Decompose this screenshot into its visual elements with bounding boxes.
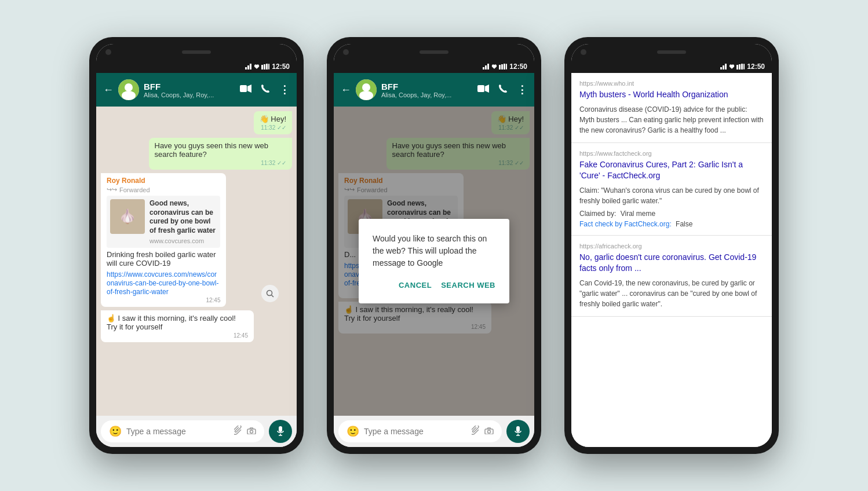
svg-rect-29 [477, 85, 484, 92]
claimed-by-label: Claimed by: [579, 210, 616, 218]
fact-check-link[interactable]: Fact check by FactCheck.org: [579, 220, 672, 228]
msg-search-time-1: 11:32 ✓✓ [155, 160, 287, 166]
svg-rect-25 [506, 64, 507, 69]
avatar-1 [118, 79, 139, 100]
menu-button-1[interactable]: ⋮ [279, 83, 290, 96]
svg-rect-4 [264, 64, 265, 69]
search-dialog: Would you like to search this on the web… [359, 219, 509, 303]
msg-body-1: Drinking fresh boiled garlic water will … [107, 250, 220, 268]
message-input-1[interactable] [126, 427, 229, 436]
video-call-button-1[interactable] [240, 85, 251, 95]
result-desc-1: Claim: "Wuhan's corona virus can be cure… [579, 185, 764, 206]
input-area-2: 🙂 [338, 420, 502, 442]
phone-top-hardware [96, 44, 297, 60]
wa-header-2: ← BFF Alisa, Coops, Jay, Roy,... ⋮ [334, 73, 534, 107]
emoji-button-1[interactable]: 🙂 [109, 425, 122, 438]
emoji-button-2[interactable]: 🙂 [347, 425, 359, 438]
signal-icons-1 [245, 64, 269, 69]
svg-line-13 [271, 295, 273, 298]
voice-call-button-1[interactable] [261, 84, 270, 96]
dialog-actions: CANCEL SEARCH WEB [373, 281, 495, 290]
front-camera-2 [343, 49, 349, 55]
preview-title-1: Good news, coronavirus can be cured by o… [149, 199, 217, 235]
msg-hey-emoji-1: 👋 [260, 115, 271, 123]
msg-hey-text-1: Hey! [271, 115, 286, 123]
phone-2-top-hardware [334, 44, 534, 60]
header-actions-1: ⋮ [240, 83, 290, 96]
chat-area-1: 👋 Hey! 11:32 ✓✓ Have you guys seen this … [96, 107, 297, 416]
contact-status-2: Alisa, Coops, Jay, Roy,... [381, 91, 473, 98]
result-url-0: https://www.who.int [579, 80, 764, 87]
message-input-2[interactable] [364, 427, 467, 436]
search-result-0: https://www.who.int Myth busters - World… [571, 73, 772, 143]
svg-point-8 [125, 83, 133, 91]
search-result-1: https://www.factcheck.org Fake Coronavir… [571, 143, 772, 236]
msg-forwarded-1: ↪↪Forwarded [107, 186, 220, 193]
msg-hey-1: 👋 Hey! 11:32 ✓✓ [254, 111, 292, 134]
svg-marker-21 [487, 64, 489, 69]
attach-button-2[interactable] [472, 426, 480, 437]
svg-rect-33 [516, 426, 520, 432]
svg-point-15 [250, 430, 253, 433]
contact-status-1: Alisa, Coops, Jay, Roy,... [144, 91, 235, 98]
signal-icons-3 [720, 64, 745, 69]
dialog-overlay-2: Would you like to search this on the web… [334, 107, 534, 416]
svg-point-28 [359, 91, 373, 100]
svg-marker-1 [247, 65, 249, 69]
voice-call-button-2[interactable] [498, 84, 508, 96]
time-3: 12:50 [747, 63, 765, 71]
phones-container: 12:50 ← BFF Alisa, Coops, Jay, Roy,... [66, 14, 802, 477]
msg-saw-time-1: 12:45 [107, 332, 248, 339]
search-results-area: https://www.who.int Myth busters - World… [571, 73, 772, 447]
svg-rect-16 [279, 426, 282, 432]
result-desc-0: Coronavirus disease (COVID-19) advice fo… [579, 104, 764, 135]
phone-1: 12:50 ← BFF Alisa, Coops, Jay, Roy,... [89, 37, 304, 454]
msg-link-preview-1: 🧄 Good news, coronavirus can be cured by… [107, 196, 220, 248]
svg-point-9 [122, 91, 136, 100]
earpiece-speaker-2 [420, 50, 448, 54]
result-title-1[interactable]: Fake Coronavirus Cures, Part 2: Garlic I… [579, 159, 764, 182]
cancel-button[interactable]: CANCEL [399, 281, 432, 290]
video-call-button-2[interactable] [477, 85, 489, 95]
time-1: 12:50 [272, 63, 290, 71]
result-title-2[interactable]: No, garlic doesn't cure coronavirus. Get… [579, 252, 764, 274]
svg-rect-3 [261, 65, 263, 69]
camera-button-2[interactable] [484, 426, 494, 437]
earpiece-speaker [182, 50, 211, 54]
front-camera-3 [581, 49, 586, 55]
mic-button-2[interactable] [506, 420, 530, 443]
result-title-0[interactable]: Myth busters - World Health Organization [579, 89, 764, 101]
back-button-1[interactable]: ← [103, 84, 114, 96]
phone-3-inner: 12:50 https://www.who.int Myth busters -… [571, 44, 772, 447]
search-btn-msg-1[interactable] [261, 285, 279, 302]
mic-button-1[interactable] [269, 420, 292, 443]
msg-search-text-1: Have you guys seen this new web search f… [155, 141, 269, 159]
status-bar-3: 12:50 [571, 60, 772, 73]
preview-info-1: Good news, coronavirus can be cured by o… [149, 199, 217, 244]
svg-rect-23 [501, 64, 503, 69]
garlic-thumb-1: 🧄 [110, 199, 145, 234]
msg-sender-1: Roy Ronald [107, 177, 220, 185]
result-url-2: https://africacheck.org [579, 243, 764, 250]
search-result-2: https://africacheck.org No, garlic doesn… [571, 236, 772, 317]
contact-name-1: BFF [144, 82, 235, 91]
msg-hey-time-1: 11:32 ✓✓ [260, 124, 286, 131]
svg-point-27 [362, 83, 370, 91]
dialog-text: Would you like to search this on the web… [373, 233, 495, 269]
input-area-1: 🙂 [101, 420, 264, 442]
attach-button-1[interactable] [234, 426, 242, 437]
back-button-2[interactable]: ← [341, 84, 351, 96]
menu-button-2[interactable]: ⋮ [517, 83, 527, 96]
fact-check-value: False [676, 220, 692, 228]
camera-button-1[interactable] [247, 426, 256, 437]
svg-marker-20 [485, 65, 487, 69]
signal-icons-2 [483, 64, 507, 69]
contact-name-2: BFF [381, 82, 473, 91]
input-bar-1: 🙂 [96, 416, 297, 447]
msg-link-1[interactable]: https://www.covcures.com/news/coronaviru… [107, 270, 218, 296]
svg-rect-5 [266, 64, 268, 69]
search-web-button[interactable]: SEARCH WEB [441, 281, 495, 290]
svg-rect-39 [736, 65, 738, 69]
svg-marker-30 [485, 85, 489, 93]
fact-check-label: Fact check by FactCheck.org: [579, 220, 672, 228]
